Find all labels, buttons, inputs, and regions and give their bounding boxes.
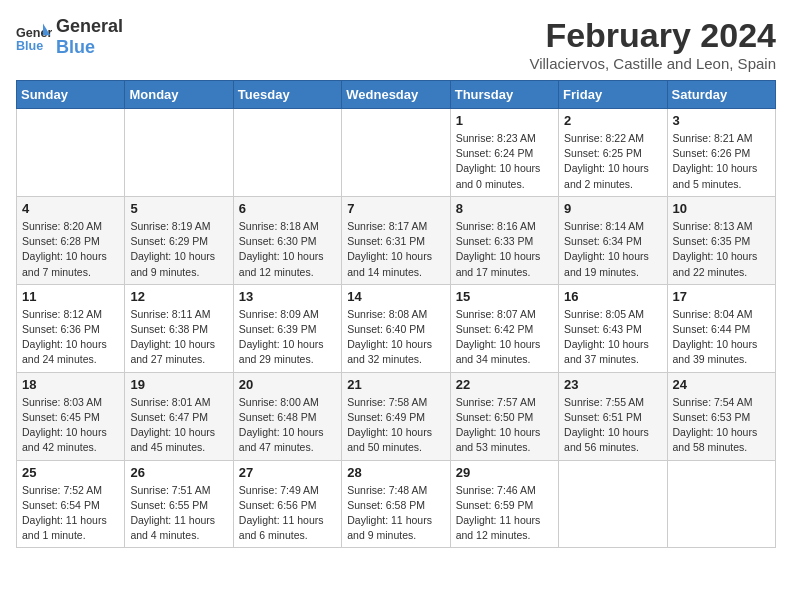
calendar-cell bbox=[342, 109, 450, 197]
calendar-cell: 26Sunrise: 7:51 AM Sunset: 6:55 PM Dayli… bbox=[125, 460, 233, 548]
calendar-cell: 23Sunrise: 7:55 AM Sunset: 6:51 PM Dayli… bbox=[559, 372, 667, 460]
day-number: 28 bbox=[347, 465, 444, 480]
calendar-cell: 28Sunrise: 7:48 AM Sunset: 6:58 PM Dayli… bbox=[342, 460, 450, 548]
day-detail: Sunrise: 7:52 AM Sunset: 6:54 PM Dayligh… bbox=[22, 483, 119, 544]
day-number: 26 bbox=[130, 465, 227, 480]
day-detail: Sunrise: 8:13 AM Sunset: 6:35 PM Dayligh… bbox=[673, 219, 770, 280]
calendar-cell: 14Sunrise: 8:08 AM Sunset: 6:40 PM Dayli… bbox=[342, 284, 450, 372]
day-detail: Sunrise: 8:00 AM Sunset: 6:48 PM Dayligh… bbox=[239, 395, 336, 456]
day-detail: Sunrise: 7:55 AM Sunset: 6:51 PM Dayligh… bbox=[564, 395, 661, 456]
calendar-cell: 8Sunrise: 8:16 AM Sunset: 6:33 PM Daylig… bbox=[450, 196, 558, 284]
day-detail: Sunrise: 8:14 AM Sunset: 6:34 PM Dayligh… bbox=[564, 219, 661, 280]
logo-icon: General Blue bbox=[16, 19, 52, 55]
day-number: 18 bbox=[22, 377, 119, 392]
svg-text:Blue: Blue bbox=[16, 39, 43, 53]
logo-line1: General bbox=[56, 16, 123, 37]
day-detail: Sunrise: 7:48 AM Sunset: 6:58 PM Dayligh… bbox=[347, 483, 444, 544]
day-detail: Sunrise: 7:46 AM Sunset: 6:59 PM Dayligh… bbox=[456, 483, 553, 544]
calendar-cell: 21Sunrise: 7:58 AM Sunset: 6:49 PM Dayli… bbox=[342, 372, 450, 460]
calendar-cell: 27Sunrise: 7:49 AM Sunset: 6:56 PM Dayli… bbox=[233, 460, 341, 548]
calendar-cell: 2Sunrise: 8:22 AM Sunset: 6:25 PM Daylig… bbox=[559, 109, 667, 197]
calendar-week-5: 25Sunrise: 7:52 AM Sunset: 6:54 PM Dayli… bbox=[17, 460, 776, 548]
header-cell-tuesday: Tuesday bbox=[233, 81, 341, 109]
calendar-cell: 24Sunrise: 7:54 AM Sunset: 6:53 PM Dayli… bbox=[667, 372, 775, 460]
calendar-cell: 4Sunrise: 8:20 AM Sunset: 6:28 PM Daylig… bbox=[17, 196, 125, 284]
day-detail: Sunrise: 7:54 AM Sunset: 6:53 PM Dayligh… bbox=[673, 395, 770, 456]
day-number: 1 bbox=[456, 113, 553, 128]
calendar-cell: 20Sunrise: 8:00 AM Sunset: 6:48 PM Dayli… bbox=[233, 372, 341, 460]
calendar-cell: 12Sunrise: 8:11 AM Sunset: 6:38 PM Dayli… bbox=[125, 284, 233, 372]
calendar-cell bbox=[17, 109, 125, 197]
day-detail: Sunrise: 8:17 AM Sunset: 6:31 PM Dayligh… bbox=[347, 219, 444, 280]
day-number: 5 bbox=[130, 201, 227, 216]
calendar-cell: 7Sunrise: 8:17 AM Sunset: 6:31 PM Daylig… bbox=[342, 196, 450, 284]
calendar-cell: 17Sunrise: 8:04 AM Sunset: 6:44 PM Dayli… bbox=[667, 284, 775, 372]
calendar-cell: 19Sunrise: 8:01 AM Sunset: 6:47 PM Dayli… bbox=[125, 372, 233, 460]
day-detail: Sunrise: 8:04 AM Sunset: 6:44 PM Dayligh… bbox=[673, 307, 770, 368]
day-number: 9 bbox=[564, 201, 661, 216]
logo-area: General Blue General Blue bbox=[16, 16, 123, 58]
day-number: 14 bbox=[347, 289, 444, 304]
day-detail: Sunrise: 8:05 AM Sunset: 6:43 PM Dayligh… bbox=[564, 307, 661, 368]
calendar-cell: 16Sunrise: 8:05 AM Sunset: 6:43 PM Dayli… bbox=[559, 284, 667, 372]
calendar-header-row: SundayMondayTuesdayWednesdayThursdayFrid… bbox=[17, 81, 776, 109]
sub-title: Villaciervos, Castille and Leon, Spain bbox=[529, 55, 776, 72]
day-detail: Sunrise: 8:21 AM Sunset: 6:26 PM Dayligh… bbox=[673, 131, 770, 192]
main-title: February 2024 bbox=[529, 16, 776, 55]
day-number: 22 bbox=[456, 377, 553, 392]
day-detail: Sunrise: 8:19 AM Sunset: 6:29 PM Dayligh… bbox=[130, 219, 227, 280]
day-number: 15 bbox=[456, 289, 553, 304]
day-number: 11 bbox=[22, 289, 119, 304]
calendar-cell: 15Sunrise: 8:07 AM Sunset: 6:42 PM Dayli… bbox=[450, 284, 558, 372]
day-number: 29 bbox=[456, 465, 553, 480]
calendar-week-2: 4Sunrise: 8:20 AM Sunset: 6:28 PM Daylig… bbox=[17, 196, 776, 284]
day-number: 20 bbox=[239, 377, 336, 392]
title-area: February 2024 Villaciervos, Castille and… bbox=[529, 16, 776, 72]
calendar-cell: 22Sunrise: 7:57 AM Sunset: 6:50 PM Dayli… bbox=[450, 372, 558, 460]
calendar-cell: 18Sunrise: 8:03 AM Sunset: 6:45 PM Dayli… bbox=[17, 372, 125, 460]
day-detail: Sunrise: 7:57 AM Sunset: 6:50 PM Dayligh… bbox=[456, 395, 553, 456]
day-number: 10 bbox=[673, 201, 770, 216]
day-number: 25 bbox=[22, 465, 119, 480]
calendar-cell bbox=[233, 109, 341, 197]
day-number: 7 bbox=[347, 201, 444, 216]
day-detail: Sunrise: 8:16 AM Sunset: 6:33 PM Dayligh… bbox=[456, 219, 553, 280]
day-number: 24 bbox=[673, 377, 770, 392]
day-number: 2 bbox=[564, 113, 661, 128]
day-detail: Sunrise: 7:49 AM Sunset: 6:56 PM Dayligh… bbox=[239, 483, 336, 544]
day-detail: Sunrise: 8:11 AM Sunset: 6:38 PM Dayligh… bbox=[130, 307, 227, 368]
calendar-body: 1Sunrise: 8:23 AM Sunset: 6:24 PM Daylig… bbox=[17, 109, 776, 548]
header-cell-thursday: Thursday bbox=[450, 81, 558, 109]
page-header: General Blue General Blue February 2024 … bbox=[16, 16, 776, 72]
calendar-cell: 13Sunrise: 8:09 AM Sunset: 6:39 PM Dayli… bbox=[233, 284, 341, 372]
header-cell-saturday: Saturday bbox=[667, 81, 775, 109]
day-number: 16 bbox=[564, 289, 661, 304]
day-detail: Sunrise: 8:08 AM Sunset: 6:40 PM Dayligh… bbox=[347, 307, 444, 368]
calendar-cell: 1Sunrise: 8:23 AM Sunset: 6:24 PM Daylig… bbox=[450, 109, 558, 197]
day-detail: Sunrise: 7:51 AM Sunset: 6:55 PM Dayligh… bbox=[130, 483, 227, 544]
calendar-table: SundayMondayTuesdayWednesdayThursdayFrid… bbox=[16, 80, 776, 548]
calendar-cell: 5Sunrise: 8:19 AM Sunset: 6:29 PM Daylig… bbox=[125, 196, 233, 284]
day-detail: Sunrise: 8:22 AM Sunset: 6:25 PM Dayligh… bbox=[564, 131, 661, 192]
day-number: 8 bbox=[456, 201, 553, 216]
day-number: 27 bbox=[239, 465, 336, 480]
logo-line2: Blue bbox=[56, 37, 123, 58]
calendar-cell: 6Sunrise: 8:18 AM Sunset: 6:30 PM Daylig… bbox=[233, 196, 341, 284]
day-number: 6 bbox=[239, 201, 336, 216]
day-detail: Sunrise: 8:01 AM Sunset: 6:47 PM Dayligh… bbox=[130, 395, 227, 456]
day-number: 12 bbox=[130, 289, 227, 304]
day-detail: Sunrise: 8:23 AM Sunset: 6:24 PM Dayligh… bbox=[456, 131, 553, 192]
calendar-week-3: 11Sunrise: 8:12 AM Sunset: 6:36 PM Dayli… bbox=[17, 284, 776, 372]
header-cell-friday: Friday bbox=[559, 81, 667, 109]
calendar-week-1: 1Sunrise: 8:23 AM Sunset: 6:24 PM Daylig… bbox=[17, 109, 776, 197]
calendar-cell bbox=[667, 460, 775, 548]
day-number: 3 bbox=[673, 113, 770, 128]
day-number: 19 bbox=[130, 377, 227, 392]
day-number: 21 bbox=[347, 377, 444, 392]
day-detail: Sunrise: 8:03 AM Sunset: 6:45 PM Dayligh… bbox=[22, 395, 119, 456]
day-number: 4 bbox=[22, 201, 119, 216]
calendar-cell: 29Sunrise: 7:46 AM Sunset: 6:59 PM Dayli… bbox=[450, 460, 558, 548]
day-detail: Sunrise: 8:12 AM Sunset: 6:36 PM Dayligh… bbox=[22, 307, 119, 368]
calendar-cell: 3Sunrise: 8:21 AM Sunset: 6:26 PM Daylig… bbox=[667, 109, 775, 197]
header-cell-sunday: Sunday bbox=[17, 81, 125, 109]
